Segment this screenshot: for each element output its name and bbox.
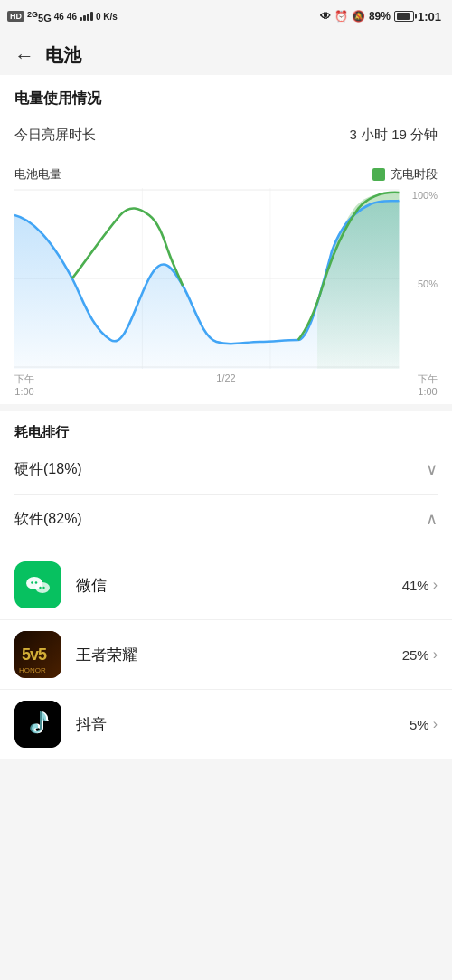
honor-app-icon: 5v5 HONOR — [14, 631, 61, 678]
douyin-svg — [14, 701, 61, 748]
app-row-wechat[interactable]: 微信 41% › — [0, 551, 452, 620]
svg-point-7 — [31, 581, 33, 584]
hd-badge: HD — [7, 11, 24, 22]
y-label-100: 100% — [405, 190, 438, 201]
x-label-start: 下午 1:00 — [14, 372, 34, 397]
signal-bar-2 — [83, 15, 86, 21]
svg-point-10 — [42, 587, 44, 589]
network-label: 2G5G — [27, 10, 52, 24]
time: 1:01 — [418, 10, 441, 24]
douyin-usage: 5% — [410, 717, 429, 732]
svg-point-6 — [35, 582, 50, 593]
signal-label: 46 — [54, 12, 64, 22]
battery-fill — [397, 13, 410, 20]
wechat-name: 微信 — [76, 575, 402, 596]
section-title: 电量使用情况 — [0, 75, 452, 116]
honor-svg: 5v5 HONOR — [14, 631, 61, 678]
status-left: HD 2G5G 46 46 0 K/s — [7, 10, 118, 24]
status-bar: HD 2G5G 46 46 0 K/s 👁 ⏰ 🔕 89% 1:01 — [0, 0, 452, 33]
wechat-svg — [23, 570, 53, 600]
x-label-middle: 1/22 — [216, 372, 235, 397]
chevron-down-icon: ∨ — [426, 459, 438, 479]
battery-icon — [394, 11, 414, 22]
svg-point-9 — [39, 587, 41, 589]
hardware-label: 硬件(18%) — [14, 460, 82, 479]
x-label-end: 下午 1:00 — [418, 372, 438, 397]
douyin-chevron-icon: › — [433, 716, 438, 732]
signal-bar-3 — [87, 14, 89, 21]
chart-legend-right: 充电时段 — [372, 166, 438, 183]
chevron-up-icon: ∧ — [426, 509, 438, 529]
y-label-50: 50% — [405, 278, 438, 289]
honor-chevron-icon: › — [433, 646, 438, 663]
hardware-category-row[interactable]: 硬件(18%) ∨ — [14, 445, 438, 495]
screen-time-value: 3 小时 19 分钟 — [349, 127, 438, 144]
chart-y-labels: 100% 50% — [405, 188, 438, 369]
bell-icon: 🔕 — [352, 10, 365, 23]
app-list: 微信 41% › 5v5 HONOR — [0, 551, 452, 759]
chart-container: 电池电量 充电时段 100% 50% — [0, 155, 452, 404]
chart-legend-charge-label: 充电时段 — [391, 166, 438, 183]
clock-icon: ⏰ — [334, 10, 348, 23]
signal-bars — [80, 12, 93, 21]
honor-name: 王者荣耀 — [76, 645, 402, 665]
signal-label2: 46 — [67, 12, 77, 22]
chart-x-labels: 下午 1:00 1/22 下午 1:00 — [14, 369, 438, 404]
douyin-name: 抖音 — [76, 714, 410, 735]
header: ← 电池 — [0, 33, 452, 75]
chart-wrap: 100% 50% — [14, 188, 438, 369]
svg-text:HONOR: HONOR — [19, 666, 46, 674]
screen-time-row: 今日亮屏时长 3 小时 19 分钟 — [0, 116, 452, 155]
back-button[interactable]: ← — [14, 44, 34, 68]
charge-area — [317, 193, 399, 369]
honor-usage: 25% — [402, 647, 429, 663]
software-category-row[interactable]: 软件(82%) ∧ — [14, 495, 438, 543]
rank-title: 耗电排行 — [14, 424, 438, 441]
chart-legend-label: 电池电量 — [14, 166, 61, 183]
app-row-douyin[interactable]: 抖音 5% › — [0, 690, 452, 759]
battery-percent: 89% — [369, 10, 391, 23]
main-content: 电量使用情况 今日亮屏时长 3 小时 19 分钟 电池电量 充电时段 100% … — [0, 75, 452, 404]
software-label: 软件(82%) — [14, 510, 82, 529]
douyin-app-icon — [14, 701, 61, 748]
page-title: 电池 — [45, 43, 81, 68]
signal-bar-1 — [80, 17, 82, 21]
legend-color-box — [372, 168, 385, 181]
divider-1 — [0, 404, 452, 411]
wifi-speed: 0 K/s — [96, 12, 118, 22]
wechat-chevron-icon: › — [433, 577, 438, 593]
svg-point-8 — [35, 581, 38, 584]
app-row-honor[interactable]: 5v5 HONOR 王者荣耀 25% › — [0, 620, 452, 690]
svg-text:5v5: 5v5 — [22, 645, 47, 664]
wechat-usage: 41% — [402, 578, 429, 593]
battery-chart-svg — [14, 188, 438, 369]
status-right: 👁 ⏰ 🔕 89% 1:01 — [320, 10, 441, 24]
rank-section: 耗电排行 硬件(18%) ∨ 软件(82%) ∧ — [0, 411, 452, 551]
screen-time-label: 今日亮屏时长 — [14, 127, 96, 144]
eye-icon: 👁 — [320, 10, 331, 23]
signal-bar-4 — [90, 12, 93, 21]
wechat-app-icon — [14, 561, 61, 608]
chart-legend: 电池电量 充电时段 — [14, 166, 438, 183]
